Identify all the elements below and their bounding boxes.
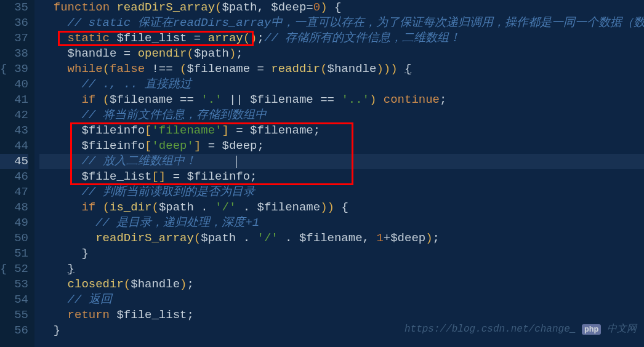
code-line: $fileinfo['filename'] = $filename; — [39, 123, 644, 138]
brace-indicator: { — [0, 62, 7, 77]
code-editor[interactable]: 35 36 37 38 {39 40 41 42 43 44 45 46 47 … — [0, 0, 644, 347]
code-line: return $file_list; — [39, 308, 644, 323]
line-number: 43 — [0, 123, 28, 138]
line-number: 53 — [0, 277, 28, 292]
line-number: 46 — [0, 169, 28, 185]
line-number: {52 — [0, 261, 28, 277]
code-line: while(false !== ($filename = readdir($ha… — [39, 62, 644, 77]
code-line: } — [39, 246, 644, 261]
code-line: // static 保证在readDirs_array中，一直可以存在，为了保证… — [39, 15, 644, 31]
line-number: 35 — [0, 0, 28, 15]
text-cursor — [236, 156, 237, 168]
line-number: 40 — [0, 77, 28, 92]
line-number-gutter: 35 36 37 38 {39 40 41 42 43 44 45 46 47 … — [0, 0, 34, 347]
line-number: 42 — [0, 108, 28, 123]
line-number: 54 — [0, 292, 28, 308]
code-line: closedir($handle); — [39, 277, 644, 292]
line-number: 47 — [0, 185, 28, 200]
watermark-logo: php — [582, 324, 601, 335]
watermark: https://blog.csdn.net/change_ php 中文网 — [405, 322, 637, 337]
code-line: $file_list[] = $fileinfo; — [39, 169, 644, 185]
line-number: 48 — [0, 200, 28, 215]
code-line: function readDirS_array($path, $deep=0) … — [39, 0, 644, 15]
watermark-tail: 中文网 — [607, 324, 637, 335]
line-number: 38 — [0, 46, 28, 62]
line-number: 50 — [0, 231, 28, 246]
line-number: 56 — [0, 323, 28, 338]
code-line: $handle = opendir($path); — [39, 46, 644, 62]
code-line-current: // 放入二维数组中！ — [39, 154, 644, 169]
line-number: 51 — [0, 246, 28, 261]
line-number: 36 — [0, 15, 28, 31]
code-line: // 将当前文件信息，存储到数组中 — [39, 108, 644, 123]
line-number: 37 — [0, 31, 28, 46]
code-line: static $file_list = array();// 存储所有的文件信息… — [39, 31, 644, 46]
code-line: // 是目录，递归处理，深度+1 — [39, 215, 644, 231]
code-line: } — [39, 261, 644, 277]
watermark-text: https://blog.csdn.net/change_ — [405, 324, 576, 335]
code-area[interactable]: function readDirS_array($path, $deep=0) … — [34, 0, 644, 347]
code-line: // 返回 — [39, 292, 644, 308]
line-number-current: 45 — [0, 154, 28, 169]
code-line: // ., .. 直接跳过 — [39, 77, 644, 92]
line-number: 44 — [0, 138, 28, 154]
code-line: // 判断当前读取到的是否为目录 — [39, 185, 644, 200]
brace-indicator: { — [0, 261, 7, 277]
code-line: if ($filename == '.' || $filename == '..… — [39, 92, 644, 108]
code-line: readDirS_array($path . '/' . $filename, … — [39, 231, 644, 246]
line-number: {39 — [0, 62, 28, 77]
line-number: 41 — [0, 92, 28, 108]
code-line: $fileinfo['deep'] = $deep; — [39, 138, 644, 154]
line-number: 55 — [0, 308, 28, 323]
line-number: 49 — [0, 215, 28, 231]
code-line: if (is_dir($path . '/' . $filename)) { — [39, 200, 644, 215]
